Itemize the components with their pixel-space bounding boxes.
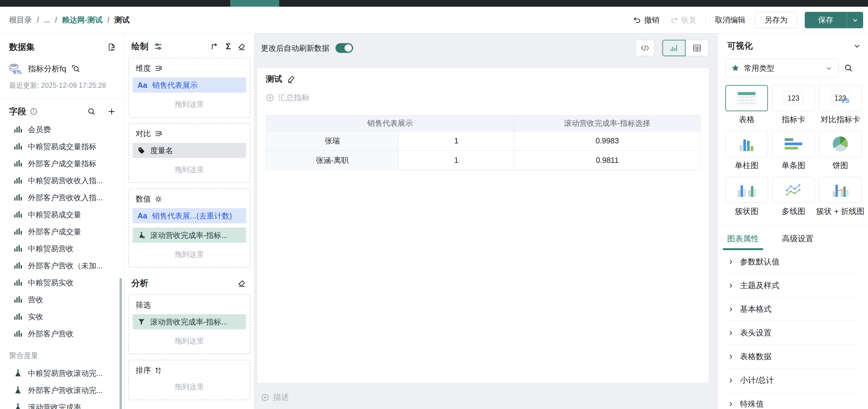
measure-icon: [14, 330, 22, 338]
value-pill-count-label: 销售代表展...(去重计数): [152, 211, 232, 221]
chart-type-cluster-line[interactable]: 簇状 + 折线图: [819, 177, 862, 217]
redo-icon: [670, 16, 678, 24]
chart-type-pie[interactable]: 饼图: [819, 131, 862, 171]
aggregate-field-item[interactable]: 滚动营收完成率: [0, 399, 124, 409]
bar-chart-icon: [670, 43, 679, 53]
chart-type-label: 多线图: [782, 206, 805, 217]
dimension-dropzone[interactable]: 维度 Aa 销售代表展示 拖到这里: [128, 58, 250, 117]
eraser-icon[interactable]: [238, 42, 246, 51]
chart-type-table[interactable]: 表格: [725, 85, 768, 125]
value-pill-count[interactable]: Aa 销售代表展...(去重计数): [133, 208, 246, 223]
add-field-icon[interactable]: [107, 107, 116, 116]
field-item[interactable]: 外部客户成交量指标: [0, 155, 124, 172]
accordion-section[interactable]: 表头设置: [727, 321, 860, 345]
accordion-section-label: 特殊值: [740, 399, 764, 409]
browser-chrome-bar: [0, 0, 868, 7]
dimension-pill[interactable]: Aa 销售代表展示: [133, 77, 246, 93]
collapse-panel-icon[interactable]: [853, 42, 861, 50]
search-chart-type-icon[interactable]: [844, 64, 853, 73]
chart-category-value: 常用类型: [744, 63, 774, 73]
edit-title-icon[interactable]: [287, 75, 296, 83]
accordion-section[interactable]: 表格数据: [727, 345, 860, 369]
field-item[interactable]: 外部客户营收: [0, 325, 124, 342]
search-fields-icon[interactable]: [87, 107, 96, 116]
compare-pill[interactable]: 度量名: [133, 143, 246, 158]
accordion-section-label: 表格数据: [740, 351, 772, 362]
field-item[interactable]: 实收: [0, 308, 124, 325]
save-dropdown-button[interactable]: [847, 12, 863, 28]
sidebar-scrollbar[interactable]: [120, 278, 122, 409]
add-description-button[interactable]: 描述: [261, 392, 718, 403]
chart-type-kpi-compare[interactable]: 123 VS 对比指标卡: [819, 85, 862, 125]
circled-plus-icon: [266, 94, 274, 102]
fields-list: 会员费 中粮贸易成交量指标 外部客户成交量指标 中粮贸易营收收入指...: [0, 121, 124, 409]
funnel-icon: [137, 318, 145, 326]
dataset-sidebar: 数据集 ETL 指标分析fq 最近更新: 2025-12-09 17:25:28…: [0, 33, 125, 409]
dimension-label: 维度: [136, 63, 151, 73]
field-item[interactable]: 中粮贸易营收收入指...: [0, 172, 124, 189]
filter-dropzone[interactable]: 筛选 滚动营收完成率-指标... 拖到这里: [128, 295, 250, 354]
chart-type-column[interactable]: 单柱图: [725, 131, 768, 171]
tab-advanced-settings[interactable]: 高级设置: [782, 233, 813, 250]
accordion-section-label: 参数默认值: [740, 257, 779, 267]
sort-dropzone[interactable]: 排序 AZ 拖到这里: [128, 360, 250, 400]
star-icon: [731, 64, 740, 72]
save-button[interactable]: 保存: [805, 12, 847, 28]
accordion-section[interactable]: 主题及样式: [727, 274, 860, 298]
aggregate-field-item[interactable]: 中粮贸易营收滚动完...: [0, 365, 124, 382]
field-item[interactable]: 外部客户营收（未加...: [0, 257, 124, 274]
circled-plus-icon: [261, 393, 270, 402]
preview-dataset-icon[interactable]: [71, 64, 80, 73]
aggregate-field-item[interactable]: 外部客户营收滚动完...: [0, 382, 124, 399]
cancel-edit-button[interactable]: 取消编辑: [715, 15, 745, 25]
eraser-icon[interactable]: [238, 279, 246, 287]
view-sql-button[interactable]: [636, 40, 654, 56]
drill-icon[interactable]: [211, 42, 219, 51]
tune-sliders-icon[interactable]: [154, 42, 162, 51]
drop-hint: 拖到这里: [133, 382, 246, 392]
field-item[interactable]: 中粮贸易营收: [0, 240, 124, 257]
breadcrumb-root[interactable]: 根目录: [9, 15, 32, 25]
flask-icon: [14, 369, 22, 377]
chart-category-select[interactable]: 常用类型: [725, 59, 838, 77]
accordion-section[interactable]: 特殊值: [727, 392, 860, 409]
dataset-row[interactable]: ETL 指标分析fq: [9, 63, 115, 75]
chart-type-bar[interactable]: 单条图: [772, 131, 815, 171]
add-summary-button[interactable]: 汇总指标: [266, 92, 700, 103]
auto-refresh-toggle[interactable]: [336, 43, 353, 53]
filter-pill[interactable]: 滚动营收完成率-指标...: [133, 314, 246, 329]
gear-icon[interactable]: [155, 195, 162, 203]
switch-dataset-icon[interactable]: [107, 43, 116, 52]
save-as-button[interactable]: 另存为: [754, 12, 798, 28]
chevron-right-icon: [727, 353, 735, 361]
chart-type-kpi[interactable]: 123 指标卡: [772, 85, 815, 125]
view-chart-button[interactable]: [662, 40, 685, 56]
accordion-section[interactable]: 基本格式: [727, 298, 860, 321]
value-dropzone[interactable]: 数值 Aa 销售代表展...(去重计数) 滚动营收完成率-指标... 拖到这里: [128, 189, 250, 268]
compare-dropzone[interactable]: 对比 度量名 拖到这里: [128, 123, 250, 183]
accordion-section[interactable]: 参数默认值: [727, 250, 860, 274]
measure-icon: [14, 313, 22, 320]
view-table-button[interactable]: [685, 40, 709, 56]
chart-type-cluster[interactable]: 簇状图: [725, 177, 768, 217]
field-item[interactable]: 会员费: [0, 121, 124, 138]
breadcrumb-collapsed[interactable]: ...: [44, 15, 50, 24]
sigma-aggregate-icon[interactable]: Σ: [226, 42, 231, 51]
tab-chart-properties[interactable]: 图表属性: [727, 233, 759, 250]
field-item[interactable]: 外部客户成交量: [0, 223, 124, 240]
field-item[interactable]: 外部客户营收收入指...: [0, 189, 124, 206]
field-item[interactable]: 中粮贸易实收: [0, 274, 124, 291]
accordion-section[interactable]: 小计/总计: [727, 369, 860, 392]
field-item[interactable]: 中粮贸易成交量指标: [0, 138, 124, 155]
drop-hint: 拖到这里: [133, 336, 246, 346]
filter-label: 筛选: [136, 300, 151, 310]
field-label: 外部客户营收滚动完...: [28, 385, 103, 395]
breadcrumb-parent[interactable]: 粮达网-测试: [62, 15, 102, 25]
field-item[interactable]: 中粮贸易成交量: [0, 206, 124, 223]
value-pill-metric[interactable]: 滚动营收完成率-指标...: [133, 228, 246, 243]
redo-button[interactable]: 恢复: [670, 15, 696, 25]
chart-type-lines[interactable]: 多线图: [772, 177, 815, 217]
field-item[interactable]: 营收: [0, 291, 124, 308]
visualization-panel: 可视化 常用类型 表格 123 指标卡: [718, 33, 868, 409]
undo-button[interactable]: 撤销: [633, 15, 659, 25]
